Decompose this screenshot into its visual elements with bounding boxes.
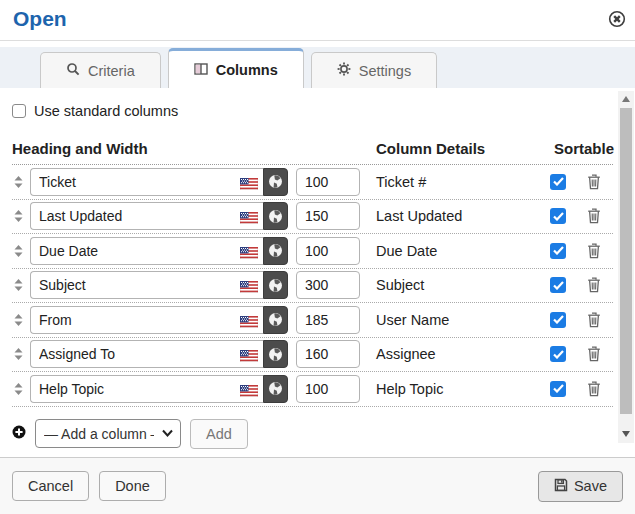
column-details-label: Help Topic (366, 381, 541, 397)
tab-label: Settings (359, 63, 411, 79)
table-row: Help Topic (12, 372, 613, 407)
gear-icon (337, 62, 351, 79)
sortable-checkbox[interactable] (550, 346, 566, 362)
width-input[interactable] (296, 237, 360, 265)
sortable-checkbox[interactable] (550, 381, 566, 397)
sortable-checkbox[interactable] (550, 277, 566, 293)
scrollbar-down-arrow[interactable] (618, 426, 634, 442)
floppy-disk-icon (554, 478, 568, 495)
heading-input[interactable] (30, 306, 263, 334)
table-row: Last Updated (12, 200, 613, 235)
header-heading-and-width: Heading and Width (12, 140, 366, 157)
heading-input[interactable] (30, 202, 263, 230)
tab-criteria[interactable]: Criteria (40, 52, 161, 88)
column-details-label: Subject (366, 277, 541, 293)
globe-icon[interactable] (263, 168, 288, 196)
open-dialog: Open Criteria (0, 0, 635, 514)
cancel-button[interactable]: Cancel (12, 471, 89, 501)
drag-handle-icon[interactable] (12, 347, 30, 361)
header-column-details: Column Details (366, 140, 541, 157)
heading-input[interactable] (30, 375, 263, 403)
trash-icon[interactable] (585, 344, 603, 364)
column-details-label: Ticket # (366, 174, 541, 190)
sortable-checkbox[interactable] (550, 174, 566, 190)
trash-icon[interactable] (585, 241, 603, 261)
table-row: Ticket # (12, 165, 613, 200)
globe-icon[interactable] (263, 340, 288, 368)
drag-handle-icon[interactable] (12, 209, 30, 223)
trash-icon[interactable] (585, 379, 603, 399)
trash-icon[interactable] (585, 275, 603, 295)
vertical-scrollbar[interactable] (618, 91, 634, 443)
use-standard-columns-label: Use standard columns (34, 103, 178, 119)
close-icon[interactable] (608, 10, 626, 28)
width-input[interactable] (296, 271, 360, 299)
heading-input[interactable] (30, 271, 263, 299)
column-details-label: User Name (366, 312, 541, 328)
drag-handle-icon[interactable] (12, 278, 30, 292)
scrollbar-thumb[interactable] (620, 108, 632, 414)
drag-handle-icon[interactable] (12, 175, 30, 189)
search-icon (66, 62, 80, 79)
heading-input[interactable] (30, 168, 263, 196)
dialog-footer: Cancel Done Save (0, 457, 635, 514)
globe-icon[interactable] (263, 306, 288, 334)
save-button[interactable]: Save (538, 471, 623, 502)
table-header-row: Heading and Width Column Details Sortabl… (12, 140, 613, 165)
dialog-header: Open (0, 0, 635, 41)
trash-icon[interactable] (585, 172, 603, 192)
tab-label: Columns (216, 62, 278, 78)
use-standard-columns-checkbox[interactable] (12, 104, 26, 118)
table-row: Assignee (12, 338, 613, 373)
globe-icon[interactable] (263, 202, 288, 230)
column-details-label: Last Updated (366, 208, 541, 224)
table-row: User Name (12, 303, 613, 338)
drag-handle-icon[interactable] (12, 244, 30, 258)
drag-handle-icon[interactable] (12, 382, 30, 396)
sortable-checkbox[interactable] (550, 208, 566, 224)
table-row: Due Date (12, 234, 613, 269)
column-details-label: Assignee (366, 346, 541, 362)
tab-settings[interactable]: Settings (311, 52, 437, 88)
globe-icon[interactable] (263, 271, 288, 299)
columns-icon (194, 62, 208, 78)
width-input[interactable] (296, 202, 360, 230)
columns-panel: Use standard columns Heading and Width C… (0, 88, 635, 457)
trash-icon[interactable] (585, 206, 603, 226)
width-input[interactable] (296, 306, 360, 334)
add-column-row: — Add a column — Add (12, 419, 613, 449)
column-rows: Ticket # (12, 165, 613, 407)
table-row: Subject (12, 269, 613, 304)
column-details-label: Due Date (366, 243, 541, 259)
drag-handle-icon[interactable] (12, 313, 30, 327)
plus-circle-icon (12, 425, 26, 443)
heading-input[interactable] (30, 237, 263, 265)
scrollbar-up-arrow[interactable] (618, 91, 634, 107)
globe-icon[interactable] (263, 375, 288, 403)
tab-bar: Criteria Columns (0, 47, 635, 88)
width-input[interactable] (296, 375, 360, 403)
sortable-checkbox[interactable] (550, 243, 566, 259)
use-standard-columns-row: Use standard columns (12, 103, 613, 119)
tab-columns[interactable]: Columns (168, 48, 304, 88)
heading-input[interactable] (30, 340, 263, 368)
done-button[interactable]: Done (99, 471, 166, 501)
add-button[interactable]: Add (190, 419, 248, 449)
tab-label: Criteria (88, 63, 135, 79)
width-input[interactable] (296, 168, 360, 196)
add-column-select[interactable]: — Add a column — (35, 419, 181, 448)
width-input[interactable] (296, 340, 360, 368)
save-label: Save (574, 478, 607, 494)
page-title: Open (13, 7, 67, 31)
header-sortable: Sortable (541, 140, 613, 157)
trash-icon[interactable] (585, 310, 603, 330)
globe-icon[interactable] (263, 237, 288, 265)
sortable-checkbox[interactable] (550, 312, 566, 328)
